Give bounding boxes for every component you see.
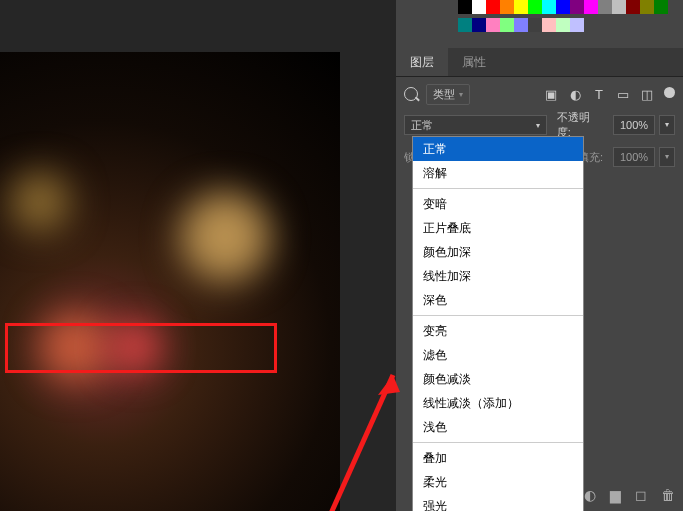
filter-type-dropdown[interactable]: 类型 ▾ <box>426 84 470 105</box>
fx-icon[interactable]: ◐ <box>584 487 596 503</box>
swatch[interactable] <box>570 18 584 32</box>
blend-mode-option[interactable]: 正片叠底 <box>413 216 583 240</box>
blend-mode-menu: 正常溶解变暗正片叠底颜色加深线性加深深色变亮滤色颜色减淡线性减淡（添加）浅色叠加… <box>412 136 584 511</box>
chevron-down-icon: ▾ <box>536 121 540 130</box>
swatch[interactable] <box>458 0 472 14</box>
swatch[interactable] <box>486 18 500 32</box>
filter-image-icon[interactable]: ▣ <box>544 87 558 101</box>
swatch[interactable] <box>640 0 654 14</box>
blend-mode-option[interactable]: 柔光 <box>413 470 583 494</box>
swatch[interactable] <box>500 18 514 32</box>
filter-text-icon[interactable]: T <box>592 87 606 101</box>
blend-mode-row: 正常 ▾ 不透明度: 100% ▾ <box>396 112 683 138</box>
swatch[interactable] <box>514 0 528 14</box>
filter-icons: ▣ ◐ T ▭ ◫ <box>544 87 675 101</box>
swatch[interactable] <box>626 0 640 14</box>
panel-tabs: 图层 属性 <box>396 48 683 77</box>
swatch[interactable] <box>514 18 528 32</box>
blend-mode-option[interactable]: 滤色 <box>413 343 583 367</box>
trash-icon[interactable]: 🗑 <box>661 487 675 503</box>
fill-input[interactable]: 100% <box>613 147 655 167</box>
blend-mode-option[interactable]: 变暗 <box>413 192 583 216</box>
layer-footer-icons: ◐ ▆ ◻ 🗑 <box>584 487 675 503</box>
separator <box>413 188 583 189</box>
swatch[interactable] <box>556 0 570 14</box>
swatch[interactable] <box>542 0 556 14</box>
swatch[interactable] <box>570 0 584 14</box>
chevron-down-icon[interactable]: ▾ <box>659 115 675 135</box>
workspace <box>0 0 396 511</box>
folder-icon[interactable]: ▆ <box>610 487 621 503</box>
opacity-input[interactable]: 100% <box>613 115 655 135</box>
new-layer-icon[interactable]: ◻ <box>635 487 647 503</box>
separator <box>413 442 583 443</box>
swatch[interactable] <box>458 18 472 32</box>
blend-mode-value: 正常 <box>411 118 433 133</box>
blend-mode-dropdown[interactable]: 正常 ▾ <box>404 115 547 135</box>
swatch[interactable] <box>612 0 626 14</box>
filter-toggle-icon[interactable] <box>664 87 675 98</box>
blend-mode-option[interactable]: 线性加深 <box>413 264 583 288</box>
blend-mode-option[interactable]: 强光 <box>413 494 583 511</box>
layer-filter-row: 类型 ▾ ▣ ◐ T ▭ ◫ <box>396 80 683 108</box>
filter-shape-icon[interactable]: ▭ <box>616 87 630 101</box>
swatch[interactable] <box>486 0 500 14</box>
blend-mode-option[interactable]: 线性减淡（添加） <box>413 391 583 415</box>
filter-adjust-icon[interactable]: ◐ <box>568 87 582 101</box>
filter-smart-icon[interactable]: ◫ <box>640 87 654 101</box>
swatch[interactable] <box>598 0 612 14</box>
swatch[interactable] <box>584 0 598 14</box>
tab-properties[interactable]: 属性 <box>448 48 500 76</box>
blend-mode-option[interactable]: 变亮 <box>413 319 583 343</box>
swatch[interactable] <box>528 0 542 14</box>
blend-mode-option[interactable]: 颜色减淡 <box>413 367 583 391</box>
blend-mode-option[interactable]: 正常 <box>413 137 583 161</box>
blend-mode-option[interactable]: 溶解 <box>413 161 583 185</box>
chevron-down-icon: ▾ <box>459 90 463 99</box>
swatch[interactable] <box>472 0 486 14</box>
swatch[interactable] <box>556 18 570 32</box>
swatch[interactable] <box>500 0 514 14</box>
blend-mode-option[interactable]: 浅色 <box>413 415 583 439</box>
filter-type-label: 类型 <box>433 87 455 102</box>
chevron-down-icon[interactable]: ▾ <box>659 147 675 167</box>
tab-layers[interactable]: 图层 <box>396 48 448 76</box>
swatch[interactable] <box>654 0 668 14</box>
search-icon <box>404 87 418 101</box>
layers-panel: ≡ 图层 属性 类型 ▾ ▣ ◐ T ▭ ◫ 正常 ▾ 不透明度: 100% ▾ <box>396 0 683 511</box>
canvas-image[interactable] <box>0 52 340 511</box>
swatch[interactable] <box>528 18 542 32</box>
separator <box>413 315 583 316</box>
blend-mode-option[interactable]: 深色 <box>413 288 583 312</box>
blend-mode-option[interactable]: 叠加 <box>413 446 583 470</box>
swatch[interactable] <box>542 18 556 32</box>
color-swatches[interactable] <box>458 0 668 36</box>
blend-mode-option[interactable]: 颜色加深 <box>413 240 583 264</box>
swatch[interactable] <box>472 18 486 32</box>
